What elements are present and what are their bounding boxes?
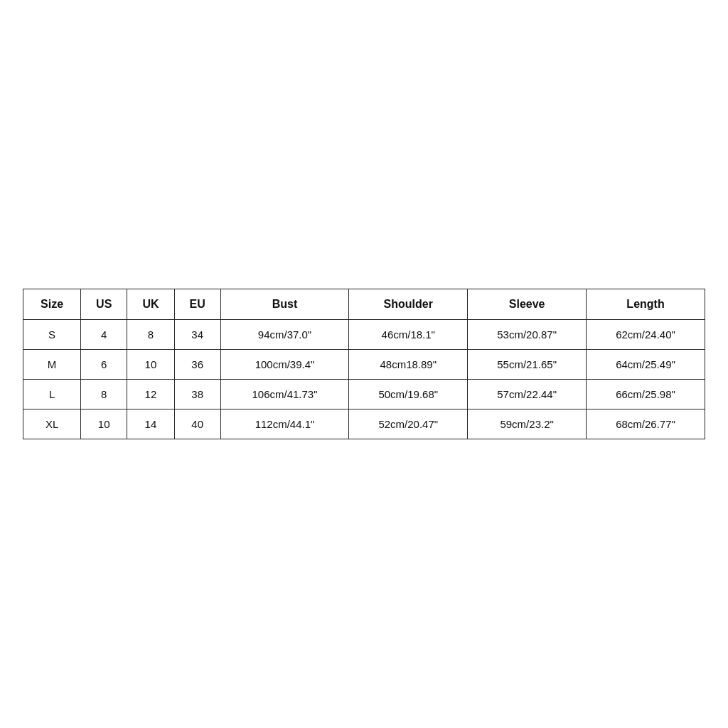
cell-us: 8	[81, 380, 127, 410]
cell-eu: 34	[174, 320, 220, 350]
cell-us: 4	[81, 320, 127, 350]
cell-us: 10	[81, 410, 127, 439]
cell-bust: 106cm/41.73"	[220, 380, 349, 410]
cell-eu: 36	[174, 350, 220, 380]
cell-sleeve: 55cm/21.65"	[468, 350, 587, 380]
size-chart-container: Size US UK EU Bust Shoulder Sleeve Lengt…	[23, 289, 705, 439]
cell-size: S	[23, 320, 81, 350]
cell-shoulder: 50cm/19.68"	[349, 380, 468, 410]
cell-bust: 94cm/37.0"	[220, 320, 349, 350]
header-length: Length	[587, 289, 705, 320]
cell-eu: 40	[174, 410, 220, 439]
cell-sleeve: 59cm/23.2"	[468, 410, 587, 439]
cell-eu: 38	[174, 380, 220, 410]
cell-shoulder: 48cm18.89"	[349, 350, 468, 380]
header-size: Size	[23, 289, 81, 320]
cell-uk: 10	[127, 350, 174, 380]
table-row: L81238106cm/41.73"50cm/19.68"57cm/22.44"…	[23, 380, 705, 410]
cell-size: XL	[23, 410, 81, 439]
cell-us: 6	[81, 350, 127, 380]
header-shoulder: Shoulder	[349, 289, 468, 320]
header-sleeve: Sleeve	[468, 289, 587, 320]
cell-size: L	[23, 380, 81, 410]
cell-sleeve: 53cm/20.87"	[468, 320, 587, 350]
cell-length: 66cm/25.98"	[587, 380, 705, 410]
table-row: M61036100cm/39.4"48cm18.89"55cm/21.65"64…	[23, 350, 705, 380]
cell-shoulder: 52cm/20.47"	[349, 410, 468, 439]
cell-length: 68cm/26.77"	[587, 410, 705, 439]
table-row: S483494cm/37.0"46cm/18.1"53cm/20.87"62cm…	[23, 320, 705, 350]
cell-uk: 8	[127, 320, 174, 350]
header-uk: UK	[127, 289, 174, 320]
cell-sleeve: 57cm/22.44"	[468, 380, 587, 410]
size-chart-table: Size US UK EU Bust Shoulder Sleeve Lengt…	[23, 289, 705, 439]
header-us: US	[81, 289, 127, 320]
cell-uk: 14	[127, 410, 174, 439]
header-eu: EU	[174, 289, 220, 320]
cell-length: 62cm/24.40"	[587, 320, 705, 350]
cell-shoulder: 46cm/18.1"	[349, 320, 468, 350]
cell-size: M	[23, 350, 81, 380]
header-bust: Bust	[220, 289, 349, 320]
table-header-row: Size US UK EU Bust Shoulder Sleeve Lengt…	[23, 289, 705, 320]
cell-length: 64cm/25.49"	[587, 350, 705, 380]
table-row: XL101440112cm/44.1"52cm/20.47"59cm/23.2"…	[23, 410, 705, 439]
cell-bust: 100cm/39.4"	[220, 350, 349, 380]
cell-bust: 112cm/44.1"	[220, 410, 349, 439]
cell-uk: 12	[127, 380, 174, 410]
